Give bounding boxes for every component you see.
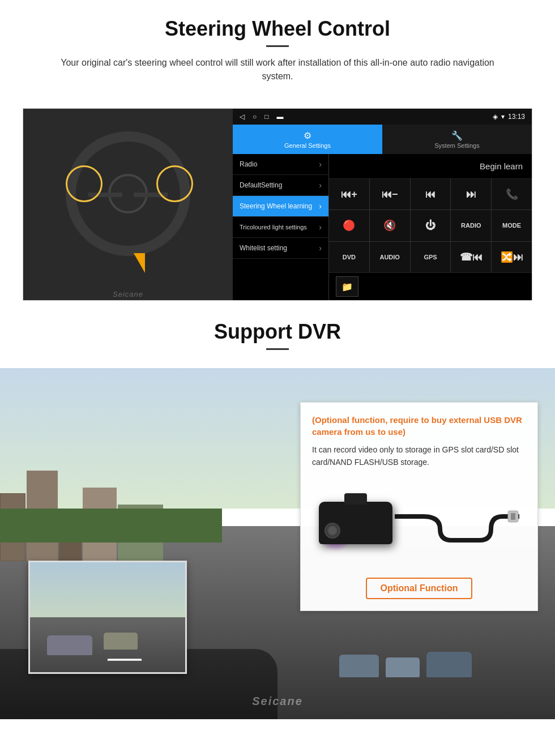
dvr-camera-illustration xyxy=(312,478,526,569)
ctrl-power[interactable]: ⏻ xyxy=(411,210,451,241)
chevron-right-icon: › xyxy=(319,181,322,190)
page-title: Steering Wheel Control xyxy=(23,17,532,41)
general-settings-icon: ⚙ xyxy=(304,130,311,141)
camera-mount xyxy=(344,493,367,505)
menu-icon[interactable]: ▬ xyxy=(277,113,284,121)
chevron-right-icon: › xyxy=(319,223,322,232)
tab-system-label: System Settings xyxy=(434,142,479,149)
menu-tricolour-label: Tricoloured light settings xyxy=(240,224,307,230)
steering-demo: Seicane ◁ ○ □ ▬ ◈ ▾ 13:13 xyxy=(23,108,532,301)
ctrl-dvd[interactable]: DVD xyxy=(329,242,369,272)
chevron-right-icon: › xyxy=(319,244,322,253)
dvr-section: Support DVR xyxy=(0,306,555,719)
menu-item-steering[interactable]: Steering Wheel learning › xyxy=(233,196,328,217)
ctrl-phone-prev[interactable]: ☎⏮ xyxy=(451,242,491,272)
wifi-icon: ▾ xyxy=(501,113,505,121)
vehicle-1 xyxy=(339,655,379,677)
tab-system-settings[interactable]: 🔧 System Settings xyxy=(382,125,532,154)
preview-car-1 xyxy=(47,635,92,655)
dvr-preview-small xyxy=(28,561,187,674)
signal-icon: ◈ xyxy=(493,113,498,121)
ctrl-prev[interactable]: ⏮ xyxy=(411,179,451,210)
steering-photo: Seicane xyxy=(23,109,233,301)
vehicle-3 xyxy=(426,652,472,677)
steering-arrow xyxy=(134,253,145,273)
camera-body xyxy=(319,502,392,544)
android-menu: Radio › DefaultSetting › Steering Wheel … xyxy=(233,154,329,300)
ctrl-mode[interactable]: MODE xyxy=(492,210,532,241)
preview-car-2 xyxy=(104,633,138,650)
menu-radio-label: Radio xyxy=(240,160,257,168)
title-divider xyxy=(266,45,289,47)
menu-whitelist-label: Whitelist setting xyxy=(240,244,287,252)
dvr-info-text: It can record video only to storage in G… xyxy=(312,443,526,469)
android-statusbar: ◁ ○ □ ▬ ◈ ▾ 13:13 xyxy=(233,109,532,125)
camera-lens xyxy=(325,523,340,539)
ctrl-next[interactable]: ⏭ xyxy=(451,179,491,210)
ctrl-gps[interactable]: GPS xyxy=(411,242,451,272)
file-icon-button[interactable]: 📁 xyxy=(336,276,358,297)
ctrl-audio[interactable]: AUDIO xyxy=(370,242,410,272)
chevron-right-icon: › xyxy=(319,160,322,169)
status-right: ◈ ▾ 13:13 xyxy=(493,113,525,121)
android-right-panel: Begin learn ⏮+ ⏮− ⏮ ⏭ 📞 🔴 🔇 ⏻ RADIO MODE… xyxy=(329,154,532,300)
menu-item-default[interactable]: DefaultSetting › xyxy=(233,175,328,196)
menu-default-label: DefaultSetting xyxy=(240,181,282,189)
vehicle-2 xyxy=(386,657,420,677)
begin-learn-button[interactable]: Begin learn xyxy=(480,161,523,171)
system-settings-icon: 🔧 xyxy=(451,130,463,141)
dvr-title-divider xyxy=(266,348,289,350)
optional-badge-container: Optional Function xyxy=(312,578,526,599)
android-panel: ◁ ○ □ ▬ ◈ ▾ 13:13 ⚙ General Settings xyxy=(233,109,532,300)
ctrl-vol-down[interactable]: ⏮− xyxy=(370,179,410,210)
preview-road-line xyxy=(108,659,142,660)
menu-item-radio[interactable]: Radio › xyxy=(233,154,328,175)
tab-general-settings[interactable]: ⚙ General Settings xyxy=(233,125,382,154)
menu-item-whitelist[interactable]: Whitelist setting › xyxy=(233,238,328,259)
dvr-scene: Seicane (Optional function, require to b… xyxy=(0,368,555,719)
menu-item-tricolour[interactable]: Tricoloured light settings › xyxy=(233,217,328,238)
preview-sky xyxy=(30,562,185,623)
ctrl-phone[interactable]: 📞 xyxy=(492,179,532,210)
recents-icon[interactable]: □ xyxy=(264,113,268,121)
ctrl-hangup[interactable]: 🔴 xyxy=(329,210,369,241)
back-icon[interactable]: ◁ xyxy=(240,113,245,121)
begin-learn-bar: Begin learn xyxy=(329,154,532,179)
dvr-hedge xyxy=(0,509,222,543)
svg-rect-1 xyxy=(511,513,515,520)
camera-cable-svg xyxy=(395,495,519,552)
ctrl-shuffle-next[interactable]: 🔀⏭ xyxy=(492,242,532,272)
steering-section: Steering Wheel Control Your original car… xyxy=(0,0,555,301)
dvr-title: Support DVR xyxy=(23,320,532,344)
dvr-header: Support DVR xyxy=(0,306,555,368)
ctrl-row-file: 📁 xyxy=(329,272,532,300)
android-content: Radio › DefaultSetting › Steering Wheel … xyxy=(233,154,532,300)
dvr-info-card: (Optional function, require to buy exter… xyxy=(300,402,538,611)
dvr-vehicles xyxy=(339,652,472,677)
seicane-watermark: Seicane xyxy=(252,695,303,708)
ctrl-radio[interactable]: RADIO xyxy=(451,210,491,241)
ctrl-vol-up[interactable]: ⏮+ xyxy=(329,179,369,210)
steering-circle-left xyxy=(66,165,103,202)
menu-steering-label: Steering Wheel learning xyxy=(240,202,312,210)
steering-circle-right xyxy=(156,165,193,202)
ctrl-mute[interactable]: 🔇 xyxy=(370,210,410,241)
tab-general-label: General Settings xyxy=(284,142,331,149)
home-icon[interactable]: ○ xyxy=(253,113,257,121)
optional-function-badge: Optional Function xyxy=(366,578,473,599)
nav-icons: ◁ ○ □ ▬ xyxy=(240,113,284,121)
control-grid: ⏮+ ⏮− ⏮ ⏭ 📞 🔴 🔇 ⏻ RADIO MODE DVD AUDIO G… xyxy=(329,179,532,272)
android-tabs: ⚙ General Settings 🔧 System Settings xyxy=(233,125,532,154)
time-display: 13:13 xyxy=(508,113,525,121)
dvr-optional-title: (Optional function, require to buy exter… xyxy=(312,414,526,438)
steering-watermark: Seicane xyxy=(113,290,143,298)
steering-description: Your original car's steering wheel contr… xyxy=(45,56,510,83)
chevron-right-icon: › xyxy=(319,202,322,211)
